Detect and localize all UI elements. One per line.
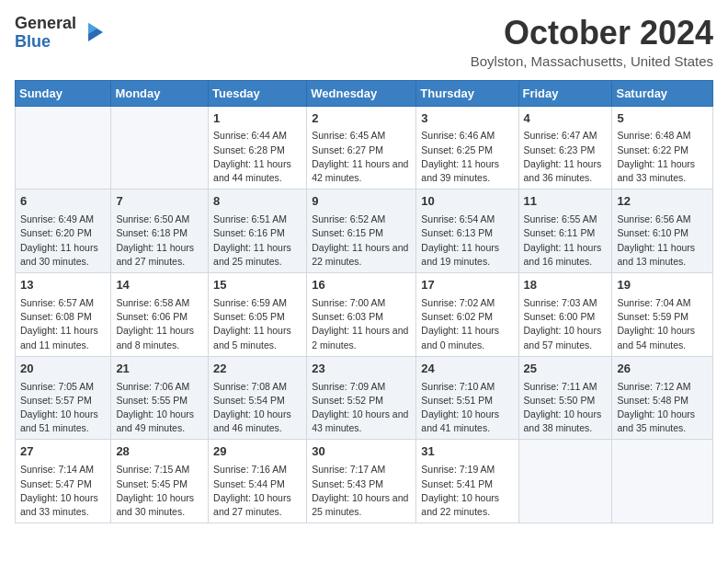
daylight-text: Daylight: 10 hours and 27 minutes. [213,492,291,517]
daylight-text: Daylight: 10 hours and 25 minutes. [312,492,408,517]
calendar-cell: 8Sunrise: 6:51 AMSunset: 6:16 PMDaylight… [209,190,307,273]
calendar-cell: 30Sunrise: 7:17 AMSunset: 5:43 PMDayligh… [307,440,416,523]
col-sunday: Sunday [16,80,111,106]
sunrise-text: Sunrise: 7:12 AM [617,381,690,392]
sunset-text: Sunset: 6:03 PM [312,311,383,322]
sunrise-text: Sunrise: 7:10 AM [421,381,495,392]
calendar-cell: 10Sunrise: 6:54 AMSunset: 6:13 PMDayligh… [416,190,518,273]
sunrise-text: Sunrise: 7:03 AM [524,297,597,308]
sunset-text: Sunset: 5:55 PM [116,395,188,406]
calendar-cell: 1Sunrise: 6:44 AMSunset: 6:28 PMDaylight… [209,106,307,190]
sunset-text: Sunset: 5:50 PM [524,395,596,406]
day-number: 20 [20,361,106,378]
daylight-text: Daylight: 11 hours and 42 minutes. [312,158,408,183]
calendar-cell [518,440,612,523]
col-monday: Monday [111,80,209,106]
daylight-text: Daylight: 11 hours and 16 minutes. [524,242,602,267]
sunrise-text: Sunrise: 6:44 AM [213,130,287,141]
sunrise-text: Sunrise: 7:15 AM [116,464,189,475]
calendar-cell: 4Sunrise: 6:47 AMSunset: 6:23 PMDaylight… [518,106,612,190]
calendar-cell: 7Sunrise: 6:50 AMSunset: 6:18 PMDaylight… [111,190,209,273]
calendar-cell: 3Sunrise: 6:46 AMSunset: 6:25 PMDaylight… [416,106,518,190]
sunset-text: Sunset: 6:00 PM [524,311,596,322]
sunset-text: Sunset: 6:16 PM [213,227,285,238]
calendar-cell: 29Sunrise: 7:16 AMSunset: 5:44 PMDayligh… [209,440,307,523]
sunset-text: Sunset: 5:48 PM [617,395,688,406]
sunrise-text: Sunrise: 7:05 AM [20,381,94,392]
sunset-text: Sunset: 6:25 PM [421,144,493,155]
day-number: 17 [421,277,513,294]
sunset-text: Sunset: 6:05 PM [213,311,285,322]
calendar-cell [16,106,111,190]
sunrise-text: Sunrise: 6:56 AM [617,213,690,224]
day-number: 27 [20,443,106,461]
calendar-cell: 9Sunrise: 6:52 AMSunset: 6:15 PMDaylight… [307,190,416,273]
sunrise-text: Sunrise: 6:54 AM [421,213,495,224]
day-number: 15 [213,277,301,294]
daylight-text: Daylight: 10 hours and 51 minutes. [20,408,98,433]
daylight-text: Daylight: 11 hours and 39 minutes. [421,158,499,183]
daylight-text: Daylight: 10 hours and 54 minutes. [617,325,695,350]
daylight-text: Daylight: 11 hours and 2 minutes. [312,325,408,350]
header-row: Sunday Monday Tuesday Wednesday Thursday… [16,80,713,106]
sunset-text: Sunset: 5:57 PM [20,395,92,406]
calendar-cell: 25Sunrise: 7:11 AMSunset: 5:50 PMDayligh… [518,356,612,440]
col-thursday: Thursday [416,80,518,106]
calendar-cell: 22Sunrise: 7:08 AMSunset: 5:54 PMDayligh… [209,356,307,440]
daylight-text: Daylight: 10 hours and 22 minutes. [421,492,499,517]
daylight-text: Daylight: 11 hours and 5 minutes. [213,325,291,350]
daylight-text: Daylight: 10 hours and 35 minutes. [617,408,695,433]
calendar-cell: 26Sunrise: 7:12 AMSunset: 5:48 PMDayligh… [612,356,713,440]
calendar-cell: 28Sunrise: 7:15 AMSunset: 5:45 PMDayligh… [111,440,209,523]
sunrise-text: Sunrise: 7:06 AM [116,381,189,392]
calendar-cell: 11Sunrise: 6:55 AMSunset: 6:11 PMDayligh… [518,190,612,273]
sunrise-text: Sunrise: 6:48 AM [617,130,690,141]
daylight-text: Daylight: 11 hours and 27 minutes. [116,242,194,267]
calendar-cell: 24Sunrise: 7:10 AMSunset: 5:51 PMDayligh… [416,356,518,440]
daylight-text: Daylight: 10 hours and 46 minutes. [213,408,291,433]
calendar-cell: 6Sunrise: 6:49 AMSunset: 6:20 PMDaylight… [16,190,111,273]
calendar-cell: 2Sunrise: 6:45 AMSunset: 6:27 PMDaylight… [307,106,416,190]
sunrise-text: Sunrise: 7:19 AM [421,464,495,475]
location: Boylston, Massachusetts, United States [471,53,713,69]
daylight-text: Daylight: 10 hours and 41 minutes. [421,408,499,433]
day-number: 28 [116,443,203,461]
calendar-week-row: 13Sunrise: 6:57 AMSunset: 6:08 PMDayligh… [16,273,713,357]
day-number: 4 [524,110,608,128]
sunset-text: Sunset: 6:02 PM [421,311,493,322]
day-number: 3 [421,110,513,128]
col-tuesday: Tuesday [209,80,307,106]
sunset-text: Sunset: 6:23 PM [524,144,596,155]
sunset-text: Sunset: 6:13 PM [421,227,493,238]
sunrise-text: Sunrise: 6:49 AM [20,213,94,224]
sunset-text: Sunset: 5:52 PM [312,395,383,406]
sunrise-text: Sunrise: 6:55 AM [524,213,597,224]
logo: General Blue [15,15,107,52]
calendar-cell: 5Sunrise: 6:48 AMSunset: 6:22 PMDaylight… [612,106,713,190]
day-number: 19 [617,277,708,294]
calendar-cell [111,106,209,190]
daylight-text: Daylight: 11 hours and 33 minutes. [617,158,695,183]
daylight-text: Daylight: 11 hours and 30 minutes. [20,242,98,267]
day-number: 2 [312,110,411,128]
day-number: 11 [524,193,608,211]
calendar-week-row: 6Sunrise: 6:49 AMSunset: 6:20 PMDaylight… [16,190,713,273]
calendar-header: Sunday Monday Tuesday Wednesday Thursday… [16,80,713,106]
sunset-text: Sunset: 6:11 PM [524,227,596,238]
day-number: 31 [421,443,513,461]
day-number: 29 [213,443,301,461]
calendar-cell: 18Sunrise: 7:03 AMSunset: 6:00 PMDayligh… [518,273,612,357]
title-block: October 2024 Boylston, Massachusetts, Un… [471,15,713,69]
day-number: 16 [312,277,411,294]
calendar-cell: 27Sunrise: 7:14 AMSunset: 5:47 PMDayligh… [16,440,111,523]
sunrise-text: Sunrise: 7:04 AM [617,297,690,308]
sunset-text: Sunset: 6:08 PM [20,311,92,322]
logo-icon [79,19,107,47]
sunrise-text: Sunrise: 6:50 AM [116,213,189,224]
sunrise-text: Sunrise: 7:14 AM [20,464,94,475]
day-number: 13 [20,277,106,294]
day-number: 9 [312,193,411,211]
calendar-cell: 31Sunrise: 7:19 AMSunset: 5:41 PMDayligh… [416,440,518,523]
sunset-text: Sunset: 6:06 PM [116,311,188,322]
calendar-week-row: 27Sunrise: 7:14 AMSunset: 5:47 PMDayligh… [16,440,713,523]
